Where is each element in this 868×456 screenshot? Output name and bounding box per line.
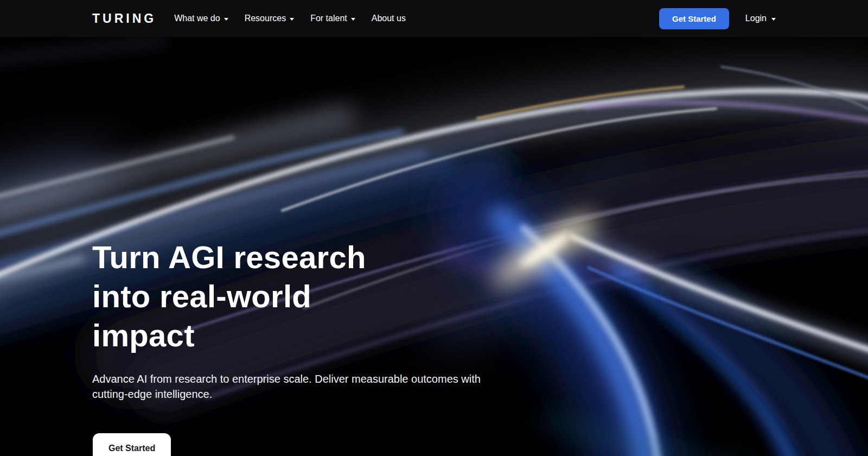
- nav-item-what-we-do-label: What we do: [174, 14, 220, 23]
- nav-item-for-talent-label: For talent: [310, 14, 347, 23]
- chevron-down-icon: [224, 18, 228, 21]
- navbar-actions: Get Started Login: [659, 8, 776, 29]
- hero-heading-line: into real-world: [92, 277, 366, 316]
- nav-item-for-talent[interactable]: For talent: [310, 14, 355, 23]
- hero-subheading: Advance AI from research to enterprise s…: [92, 371, 481, 402]
- top-navbar: TURING What we do Resources For talent A…: [0, 0, 868, 37]
- nav-item-resources[interactable]: Resources: [245, 14, 294, 23]
- hero-heading: Turn AGI research into real-world impact: [92, 238, 366, 355]
- turing-logo[interactable]: TURING: [92, 11, 156, 26]
- hero-heading-line: Turn AGI research: [92, 238, 366, 277]
- nav-item-what-we-do[interactable]: What we do: [174, 14, 228, 23]
- hero-subheading-line: cutting-edge intelligence.: [92, 387, 481, 402]
- hero-heading-line: impact: [92, 316, 366, 355]
- login-label: Login: [745, 14, 767, 23]
- chevron-down-icon: [351, 18, 355, 21]
- hero-section: Turn AGI research into real-world impact…: [0, 37, 868, 456]
- get-started-button[interactable]: Get Started: [659, 8, 729, 29]
- nav-item-resources-label: Resources: [245, 14, 286, 23]
- hero-content: Turn AGI research into real-world impact…: [0, 37, 868, 456]
- main-nav: What we do Resources For talent About us: [174, 14, 406, 23]
- hero-subheading-line: Advance AI from research to enterprise s…: [92, 371, 481, 387]
- nav-item-about-us-label: About us: [372, 14, 406, 23]
- chevron-down-icon: [771, 18, 776, 21]
- login-menu[interactable]: Login: [745, 14, 776, 23]
- page: TURING What we do Resources For talent A…: [0, 0, 868, 456]
- chevron-down-icon: [290, 18, 294, 21]
- nav-item-about-us[interactable]: About us: [372, 14, 406, 23]
- hero-get-started-button[interactable]: Get Started: [93, 433, 171, 456]
